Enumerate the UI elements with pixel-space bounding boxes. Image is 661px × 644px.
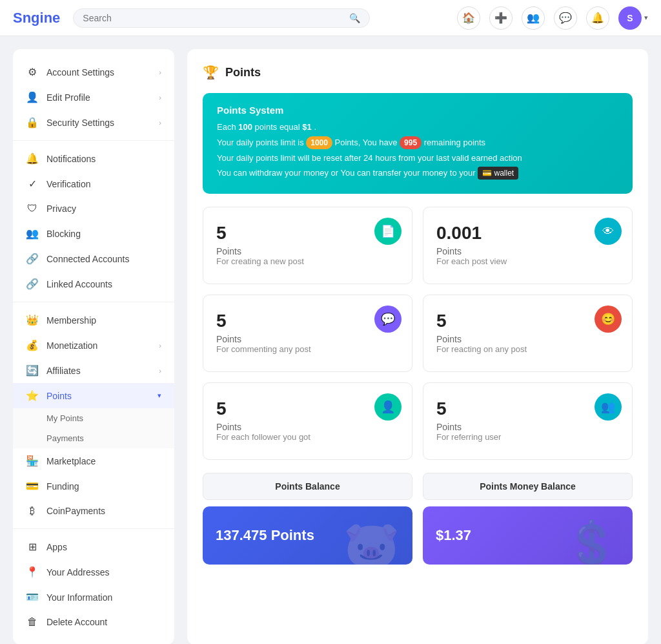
messages-btn[interactable]: 💬 xyxy=(554,6,577,30)
star-icon: ⭐ xyxy=(26,390,39,402)
sidebar-item-funding[interactable]: 💳 Funding xyxy=(13,473,174,499)
comment-icon: 💬 xyxy=(374,306,402,333)
sidebar-item-privacy[interactable]: 🛡 Privacy xyxy=(13,196,174,221)
user-menu[interactable]: S ▾ xyxy=(618,6,648,30)
sidebar-item-points[interactable]: ⭐ Points ▾ xyxy=(13,383,174,408)
piggy-bank-icon: 🐷 xyxy=(343,518,400,565)
chevron-right-icon: › xyxy=(159,68,161,76)
points-card-referring: 👥 5 Points For referring user xyxy=(423,382,633,460)
id-icon: 🪪 xyxy=(26,591,39,603)
card-desc: For each follower you got xyxy=(216,432,399,442)
home-icon: 🏠 xyxy=(462,12,475,24)
top-navigation: Sngine 🔍 🏠 ➕ 👥 💬 🔔 S ▾ xyxy=(0,0,661,36)
refresh-icon: 🔄 xyxy=(26,364,39,377)
search-icon: 🔍 xyxy=(349,13,360,23)
sidebar-submenu-my-points[interactable]: My Points xyxy=(13,408,174,428)
submenu-label: My Points xyxy=(46,413,83,423)
banner-line-3: Your daily points limit will be reset af… xyxy=(217,152,618,165)
sidebar-item-membership[interactable]: 👑 Membership xyxy=(13,307,174,333)
sidebar-item-label: Your Addresses xyxy=(46,567,161,577)
apps-grid-icon: ⊞ xyxy=(26,541,39,553)
card-label: Points xyxy=(436,422,619,432)
sidebar-item-apps[interactable]: ⊞ Apps xyxy=(13,534,174,559)
notifications-btn[interactable]: 🔔 xyxy=(586,6,609,30)
card-value: 5 xyxy=(216,399,399,419)
search-input[interactable] xyxy=(83,13,349,23)
bell-icon: 🔔 xyxy=(26,152,39,165)
sidebar-item-label: Privacy xyxy=(46,203,161,214)
sidebar-item-label: Marketplace xyxy=(46,456,161,466)
wallet-link[interactable]: 💳 wallet xyxy=(478,167,518,180)
card-label: Points xyxy=(216,422,399,432)
sidebar-item-label: Affiliates xyxy=(46,366,151,376)
friends-btn[interactable]: 👥 xyxy=(522,6,545,30)
sidebar-submenu-points: My Points Payments xyxy=(13,408,174,448)
card-value: 5 xyxy=(216,223,399,244)
sidebar-item-account-settings[interactable]: ⚙ Account Settings › xyxy=(13,59,174,85)
sidebar-item-security-settings[interactable]: 🔒 Security Settings › xyxy=(13,110,174,135)
points-balance-value: 137.475 Points xyxy=(216,527,314,544)
card-label: Points xyxy=(216,246,399,256)
card-value: 0.001 xyxy=(436,223,619,244)
card-icon: 💳 xyxy=(26,480,39,492)
sidebar-item-linked-accounts[interactable]: 🔗 Linked Accounts xyxy=(13,271,174,296)
money-balance-label[interactable]: Points Money Balance xyxy=(423,473,633,500)
points-balance-label[interactable]: Points Balance xyxy=(203,473,412,500)
main-content: 🏆 Points Points System Each 100 points e… xyxy=(187,49,648,644)
sidebar-item-delete-account[interactable]: 🗑 Delete Account xyxy=(13,610,174,634)
eye-icon: 👁 xyxy=(595,218,622,245)
card-value: 5 xyxy=(436,311,619,331)
sidebar-item-marketplace[interactable]: 🏪 Marketplace xyxy=(13,448,174,473)
sidebar-item-label: Apps xyxy=(46,542,161,552)
points-card-post-view: 👁 0.001 Points For each post view xyxy=(423,207,633,284)
sidebar-item-label: Funding xyxy=(46,481,161,492)
card-label: Points xyxy=(436,246,619,256)
banner-line-4: You can withdraw your money or You can t… xyxy=(217,167,618,180)
sidebar-item-coinpayments[interactable]: ₿ CoinPayments xyxy=(13,499,174,523)
sidebar-item-connected-accounts[interactable]: 🔗 Connected Accounts xyxy=(13,246,174,271)
shop-icon: 🏪 xyxy=(26,455,39,467)
chevron-right-icon: › xyxy=(159,342,161,349)
points-card-comment-post: 💬 5 Points For commenting any post xyxy=(203,295,412,372)
sidebar-item-label: Delete Account xyxy=(46,617,161,627)
link-icon: 🔗 xyxy=(26,253,39,265)
card-label: Points xyxy=(436,334,619,344)
shield-icon: 🛡 xyxy=(26,203,39,214)
limit-badge: 1000 xyxy=(306,136,332,149)
card-desc: For commenting any post xyxy=(216,344,399,354)
sidebar-item-affiliates[interactable]: 🔄 Affiliates › xyxy=(13,358,174,383)
card-label: Points xyxy=(216,334,399,344)
sidebar-item-your-addresses[interactable]: 📍 Your Addresses xyxy=(13,559,174,585)
sidebar-item-blocking[interactable]: 👥 Blocking xyxy=(13,221,174,246)
remaining-badge: 995 xyxy=(400,136,422,149)
banner-title: Points System xyxy=(217,105,618,116)
sidebar-item-your-information[interactable]: 🪪 Your Information xyxy=(13,585,174,610)
people-icon: 👥 xyxy=(527,12,540,24)
sidebar-item-label: Membership xyxy=(46,315,161,326)
sidebar-item-label: Account Settings xyxy=(46,67,151,78)
sidebar-item-verification[interactable]: ✓ Verification xyxy=(13,171,174,196)
sidebar-item-edit-profile[interactable]: 👤 Edit Profile › xyxy=(13,85,174,110)
banner-line-2: Your daily points limit is 1000 Points, … xyxy=(217,136,618,149)
chevron-down-icon: ▾ xyxy=(644,14,648,22)
home-icon-btn[interactable]: 🏠 xyxy=(457,6,480,30)
chevron-right-icon: › xyxy=(159,367,161,375)
sidebar-item-notifications[interactable]: 🔔 Notifications xyxy=(13,146,174,171)
crown-icon: 👑 xyxy=(26,314,39,326)
sidebar-submenu-payments[interactable]: Payments xyxy=(13,428,174,448)
points-card-follower: 👤 5 Points For each follower you got xyxy=(203,382,412,460)
sidebar-item-label: Security Settings xyxy=(46,118,151,128)
banner-line-1: Each 100 points equal $1 . xyxy=(217,121,618,134)
chain-icon: 🔗 xyxy=(26,278,39,290)
sidebar-item-label: Verification xyxy=(46,179,161,189)
sidebar-divider xyxy=(13,140,174,141)
points-card-react-post: 😊 5 Points For reacting on any post xyxy=(423,295,633,372)
reaction-icon: 😊 xyxy=(595,306,622,333)
add-post-btn[interactable]: ➕ xyxy=(489,6,513,30)
card-value: 5 xyxy=(436,399,619,419)
trophy-icon: 🏆 xyxy=(203,65,219,80)
search-bar[interactable]: 🔍 xyxy=(73,8,370,28)
gear-icon: ⚙ xyxy=(26,66,39,78)
sidebar-item-monetization[interactable]: 💰 Monetization › xyxy=(13,333,174,358)
app-logo[interactable]: Sngine xyxy=(13,10,60,26)
